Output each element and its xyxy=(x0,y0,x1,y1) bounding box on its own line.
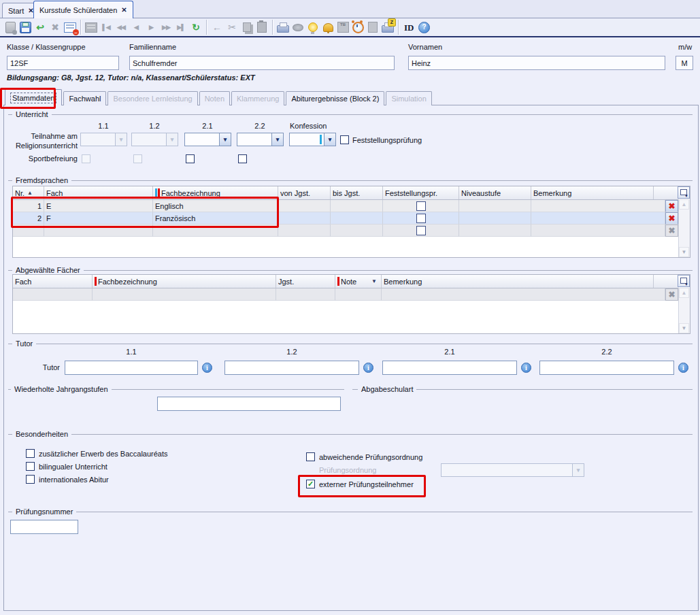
cell-bemerkung[interactable] xyxy=(382,288,665,301)
info-icon[interactable]: i xyxy=(202,363,212,373)
cell-jgst[interactable] xyxy=(276,288,335,301)
print-icon[interactable] xyxy=(276,20,290,35)
new-record-icon[interactable] xyxy=(3,20,18,35)
col-header-fachbezeichnung[interactable]: Fachbezeichnung xyxy=(93,275,276,288)
scroll-up-icon[interactable]: ▲ xyxy=(679,288,689,298)
cut-icon[interactable]: ✂ xyxy=(224,20,239,35)
tutor-12-input[interactable] xyxy=(224,361,359,375)
cell-bemerkung[interactable] xyxy=(531,200,665,212)
bilingual-checkbox[interactable] xyxy=(26,462,35,471)
cell-feststellungspr[interactable] xyxy=(383,212,459,225)
col-header-jgst[interactable]: Jgst. xyxy=(276,275,335,288)
info-icon[interactable]: i xyxy=(521,363,531,373)
konfession-dropdown[interactable]: ▾ xyxy=(289,133,336,148)
klasse-input[interactable] xyxy=(7,56,119,70)
religion-21-dropdown[interactable]: ▾ xyxy=(184,133,231,148)
first-record-icon[interactable]: ▌◀ xyxy=(99,20,114,35)
cell-bis-jgst[interactable] xyxy=(331,200,383,212)
tab-fachwahl[interactable]: Fachwahl xyxy=(63,91,106,105)
feststellungspr-checkbox[interactable] xyxy=(416,201,426,211)
reminder-icon[interactable] xyxy=(350,20,365,35)
table-row-empty[interactable]: ✖ xyxy=(13,288,690,301)
col-header-bis-jgst[interactable]: bis Jgst. xyxy=(331,186,383,199)
info-icon[interactable]: i xyxy=(678,363,688,373)
col-header-von-jgst[interactable]: von Jgst. xyxy=(278,186,331,199)
cell-von-jgst[interactable] xyxy=(278,212,331,225)
fast-forward-icon[interactable]: ▶▶ xyxy=(159,20,173,35)
delete-row-icon[interactable]: ✖ xyxy=(665,212,678,225)
chevron-down-icon[interactable]: ▾ xyxy=(220,133,231,146)
cell-feststellungspr[interactable] xyxy=(383,200,459,212)
fast-backward-icon[interactable]: ◀◀ xyxy=(114,20,129,35)
vornamen-input[interactable] xyxy=(408,56,665,70)
col-header-bemerkung[interactable]: Bemerkung xyxy=(382,275,654,288)
column-chooser-icon[interactable] xyxy=(678,275,690,287)
scroll-down-icon[interactable]: ▼ xyxy=(679,323,689,333)
print-certificate-icon[interactable]: Z xyxy=(380,20,395,35)
sport-22-checkbox[interactable] xyxy=(238,154,247,163)
internationales-abitur-checkbox[interactable] xyxy=(26,475,35,484)
cell-feststellungspr[interactable] xyxy=(383,225,459,237)
baccalaureat-checkbox[interactable] xyxy=(26,449,35,458)
tab-kursstufe-schuelerdaten[interactable]: Kursstufe Schülerdaten ✕ xyxy=(33,1,133,18)
export-sheet-icon[interactable] xyxy=(365,20,380,35)
col-header-niveaustufe[interactable]: Niveaustufe xyxy=(459,186,531,199)
chevron-down-icon[interactable]: ▾ xyxy=(324,133,336,146)
back-arrow-icon[interactable]: ← xyxy=(210,20,224,35)
feststellungspruefung-checkbox[interactable] xyxy=(340,135,349,144)
delete-row-icon[interactable]: ✖ xyxy=(665,200,678,212)
last-record-icon[interactable]: ▶▌ xyxy=(173,20,188,35)
col-header-note[interactable]: Note▼ xyxy=(335,275,382,288)
next-record-icon[interactable]: ▶ xyxy=(144,20,159,35)
cell-niveaustufe[interactable] xyxy=(459,200,531,212)
remove-form-icon[interactable] xyxy=(63,20,78,35)
id-button[interactable]: ID xyxy=(401,20,416,35)
cell-bis-jgst[interactable] xyxy=(331,225,383,237)
cell-von-jgst[interactable] xyxy=(278,200,331,212)
cell-bis-jgst[interactable] xyxy=(331,212,383,225)
help-icon[interactable]: ? xyxy=(416,20,431,35)
previous-record-icon[interactable]: ◀ xyxy=(129,20,144,35)
save-icon[interactable] xyxy=(18,20,33,35)
tab-abiturergebnisse[interactable]: Abiturergebnisse (Block 2) xyxy=(286,91,384,105)
paste-icon[interactable] xyxy=(254,20,269,35)
table-scrollbar[interactable]: ▲ ▼ xyxy=(678,288,690,333)
cell-von-jgst[interactable] xyxy=(278,225,331,237)
tutor-11-input[interactable] xyxy=(65,361,198,375)
chevron-down-icon[interactable]: ▾ xyxy=(272,133,284,146)
cell-fach[interactable] xyxy=(13,288,93,301)
copy-icon[interactable] xyxy=(239,20,254,35)
filter-down-icon[interactable]: ▼ xyxy=(371,278,377,284)
feststellungspr-checkbox[interactable] xyxy=(416,214,426,223)
abweichende-pruefungsordnung-checkbox[interactable] xyxy=(306,452,315,461)
familienname-input[interactable] xyxy=(129,56,395,70)
pruefungsnummer-input[interactable] xyxy=(10,520,78,534)
notification-icon[interactable] xyxy=(320,20,335,35)
cell-niveaustufe[interactable] xyxy=(459,212,531,225)
delete-record-icon[interactable]: ✖ xyxy=(48,20,63,35)
col-header-bemerkung[interactable]: Bemerkung xyxy=(531,186,654,199)
column-chooser-icon[interactable] xyxy=(678,186,690,199)
table-scrollbar[interactable]: ▲ ▼ xyxy=(678,199,690,257)
tutor-22-input[interactable] xyxy=(539,361,674,375)
tb-export-icon[interactable]: TB xyxy=(335,20,350,35)
tutor-21-input[interactable] xyxy=(382,361,517,375)
undo-icon[interactable]: ↩ xyxy=(33,20,48,35)
close-icon[interactable]: ✕ xyxy=(121,6,127,14)
scroll-up-icon[interactable]: ▲ xyxy=(679,199,689,210)
record-disc-icon[interactable] xyxy=(290,20,305,35)
record-list-icon[interactable] xyxy=(84,20,99,35)
col-header-fach[interactable]: Fach xyxy=(13,275,93,288)
col-header-feststellungspr[interactable]: Feststellungspr. xyxy=(383,186,459,199)
mw-input[interactable] xyxy=(676,56,693,70)
cell-note[interactable] xyxy=(335,288,382,301)
religion-22-dropdown[interactable]: ▾ xyxy=(237,133,284,148)
scroll-down-icon[interactable]: ▼ xyxy=(679,247,689,257)
wiederholte-jahrgangstufen-input[interactable] xyxy=(157,397,341,411)
sport-21-checkbox[interactable] xyxy=(186,154,195,163)
hint-icon[interactable] xyxy=(305,20,320,35)
refresh-icon[interactable]: ↻ xyxy=(188,20,203,35)
cell-bemerkung[interactable] xyxy=(531,212,665,225)
cell-niveaustufe[interactable] xyxy=(459,225,531,237)
cell-bemerkung[interactable] xyxy=(531,225,665,237)
